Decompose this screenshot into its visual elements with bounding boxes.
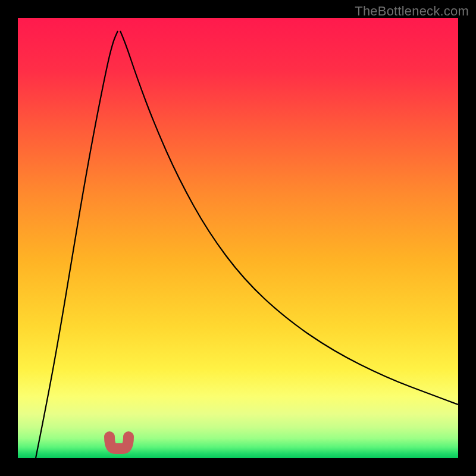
minimum-marker [109,437,129,449]
chart-frame: TheBottleneck.com [0,0,476,476]
curve-left-branch [36,31,118,458]
curve-layer [18,18,458,458]
plot-area [18,18,458,458]
watermark-text: TheBottleneck.com [355,4,469,19]
curve-right-branch [120,31,458,405]
